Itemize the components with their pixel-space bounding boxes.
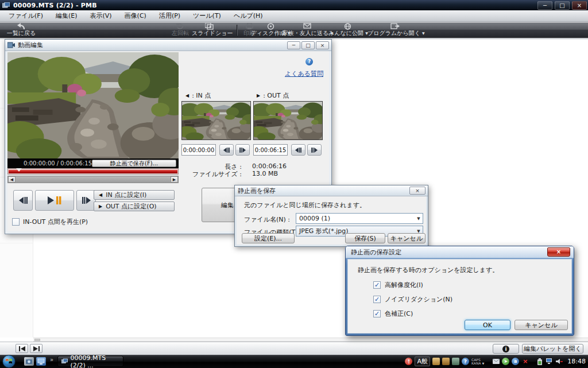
taskbar-app-button[interactable]: 00009.MTS (2/2) ... <box>57 356 123 367</box>
editor-titlebar[interactable]: 動画編集 ─ □ × <box>5 40 331 51</box>
quicklaunch-viewer-icon[interactable] <box>24 357 34 366</box>
set-in-point-button[interactable]: ◀ IN 点に設定(I) <box>94 190 175 200</box>
timeline-slider[interactable] <box>7 168 179 175</box>
menu-utilize[interactable]: 活用(P) <box>153 10 187 21</box>
play-pause-icon <box>48 196 61 204</box>
previous-item-button[interactable] <box>16 344 28 353</box>
ime-caps-kana-indicator[interactable]: CAPS KANA ▼ <box>471 358 484 365</box>
settings-dialog-close-button[interactable]: × <box>547 247 570 257</box>
tray-error-icon[interactable]: × <box>521 358 529 365</box>
step-forward-button[interactable] <box>76 190 96 211</box>
ime-tools-icon[interactable] <box>432 358 440 365</box>
start-button[interactable] <box>2 355 16 368</box>
faq-link[interactable]: よくある質問 <box>285 69 323 78</box>
settings-cancel-button[interactable]: キャンセル <box>514 320 568 330</box>
rotate-left-icon <box>169 23 192 30</box>
filename-combobox[interactable]: 00009 (1) ▼ <box>296 213 423 224</box>
close-button[interactable]: × <box>572 1 587 10</box>
step-back-icon <box>19 197 28 204</box>
slideshow-button[interactable]: スライドショー <box>192 23 227 37</box>
ime-pad-icon[interactable] <box>442 358 450 365</box>
play-in-out-range-option[interactable]: IN-OUT 点間を再生(P) <box>12 218 88 226</box>
pmb-footer: i 編集パレットを開く(P) <box>0 342 588 355</box>
editor-close-button[interactable]: × <box>316 41 329 49</box>
info-button[interactable]: i <box>493 344 519 354</box>
save-still-button[interactable]: 静止画で保存(F)... <box>92 160 176 167</box>
publish-button[interactable]: みんなに公開 ▼ <box>328 23 366 37</box>
globe-icon <box>328 23 366 30</box>
pmb-app-icon <box>61 358 68 365</box>
option-high-resolution[interactable]: ✓ 高解像度化(I) <box>373 281 423 289</box>
in-time-field[interactable]: 0:00:00:00 <box>181 144 216 156</box>
color-correction-checkbox[interactable]: ✓ <box>373 310 381 317</box>
open-with-program-button[interactable]: プログラムから開く ▼ <box>368 23 423 37</box>
save-button[interactable]: 保存(S) <box>345 233 385 243</box>
menu-edit[interactable]: 編集(E) <box>49 10 84 21</box>
tray-network-icon[interactable] <box>546 358 553 365</box>
ime-help-icon[interactable]: ? <box>462 358 469 365</box>
scroll-left-icon[interactable]: ◀ <box>8 176 16 183</box>
high-resolution-checkbox[interactable]: ✓ <box>373 281 381 289</box>
ime-dictionary-icon[interactable] <box>452 358 459 365</box>
ok-button[interactable]: OK <box>465 320 510 330</box>
in-step-back-button[interactable] <box>219 144 234 156</box>
tray-status-icon[interactable]: ! <box>405 358 412 365</box>
in-point-thumbnail[interactable] <box>181 101 251 140</box>
still-save-settings-dialog: 静止画の保存設定 × 静止画を保存する時のオプションを設定します。 ✓ 高解像度… <box>345 246 574 336</box>
editor-maximize-button[interactable]: □ <box>301 41 315 49</box>
editor-minimize-button[interactable]: ─ <box>287 41 300 49</box>
out-step-forward-button[interactable] <box>307 144 322 156</box>
tray-sync-icon[interactable]: ➤ <box>502 358 509 365</box>
out-step-back-button[interactable] <box>291 144 305 156</box>
in-step-forward-button[interactable] <box>235 144 250 156</box>
tray-battery-icon[interactable] <box>536 358 543 365</box>
scrollbar-thumb[interactable] <box>34 339 40 341</box>
save-settings-button[interactable]: 設定(E)... <box>242 233 295 243</box>
send-to-family-button[interactable]: 家族・友人に送る ▼ <box>281 23 334 37</box>
settings-dialog-titlebar[interactable]: 静止画の保存設定 <box>346 246 574 258</box>
back-to-list-button[interactable]: 一覧に戻る <box>3 23 39 37</box>
minimize-button[interactable]: ─ <box>537 1 552 10</box>
play-range-label: IN-OUT 点間を再生(P) <box>23 218 88 226</box>
tray-volume-muted-icon[interactable] <box>555 358 563 365</box>
save-dialog-titlebar[interactable]: 静止画を保存 × <box>235 185 428 196</box>
chevron-down-icon[interactable]: ▼ <box>415 216 423 221</box>
horizontal-scrollbar[interactable] <box>33 338 588 342</box>
set-out-point-button[interactable]: ▶ OUT 点に設定(O) <box>94 202 175 211</box>
menu-tools[interactable]: ツール(T) <box>187 10 227 21</box>
taskbar-clock[interactable]: 18:48 <box>567 358 586 365</box>
save-dialog-close-button[interactable]: × <box>409 187 425 195</box>
quicklaunch-overflow-chevron[interactable]: » <box>50 357 53 363</box>
restore-button[interactable]: □ <box>555 1 570 10</box>
step-back-button[interactable] <box>13 190 33 211</box>
help-icon[interactable]: ? <box>305 58 313 65</box>
noise-reduction-checkbox[interactable]: ✓ <box>373 296 381 303</box>
back-arrow-icon <box>3 23 39 30</box>
video-preview[interactable]: 0:00:00:00 / 0:00:06:15 静止画で保存(F)... <box>7 52 179 168</box>
open-edit-palette-button[interactable]: 編集パレットを開く(P) <box>522 344 583 354</box>
video-preview-scene <box>182 102 250 140</box>
quicklaunch-desktop-icon[interactable] <box>36 357 46 366</box>
out-point-thumbnail[interactable] <box>253 101 323 140</box>
option-color-correction[interactable]: ✓ 色補正(C) <box>373 309 413 318</box>
play-range-checkbox[interactable] <box>12 218 20 226</box>
next-item-button[interactable] <box>30 344 42 353</box>
scroll-right-icon[interactable]: ▶ <box>171 176 178 183</box>
menu-file[interactable]: ファイル(F) <box>2 10 49 21</box>
out-time-field[interactable]: 0:00:06:15 <box>253 144 288 156</box>
video-preview-scene <box>254 102 322 140</box>
save-location-info: 元のファイルと同じ場所に保存されます。 <box>244 201 366 210</box>
option-noise-reduction[interactable]: ✓ ノイズリダクション(N) <box>373 295 452 304</box>
timeline-scrollbar[interactable]: ◀ ▶ <box>7 176 179 183</box>
menu-help[interactable]: ヘルプ(H) <box>227 10 269 21</box>
play-pause-button[interactable] <box>35 190 74 211</box>
playhead-marker[interactable] <box>16 168 22 172</box>
menu-image[interactable]: 画像(C) <box>118 10 153 21</box>
menu-view[interactable]: 表示(V) <box>84 10 118 21</box>
slideshow-icon <box>192 23 227 30</box>
ime-mode-indicator[interactable]: A般 <box>415 357 430 366</box>
step-forward-icon <box>239 148 246 153</box>
tray-agent-icon[interactable]: a <box>512 358 519 365</box>
save-cancel-button[interactable]: キャンセル <box>388 233 425 243</box>
tray-mail-icon[interactable] <box>492 358 500 365</box>
